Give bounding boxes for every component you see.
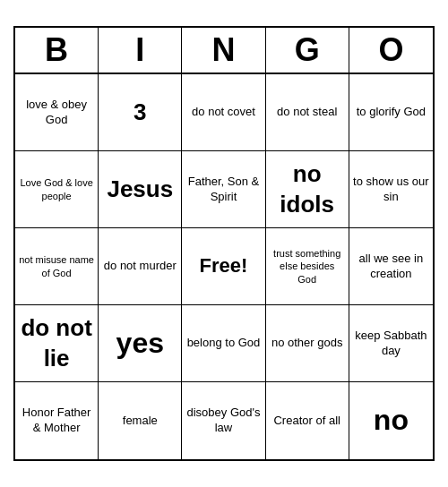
bingo-cell-24: no xyxy=(349,382,433,459)
bingo-cell-3: do not steal xyxy=(266,74,349,151)
header-letter-b: B xyxy=(15,28,99,73)
bingo-cell-5: Love God & love people xyxy=(15,151,99,228)
bingo-cell-14: all we see in creation xyxy=(349,228,433,305)
bingo-cell-15: do not lie xyxy=(15,305,99,382)
bingo-cell-21: female xyxy=(99,382,182,459)
bingo-cell-9: to show us our sin xyxy=(349,151,433,228)
bingo-cell-17: belong to God xyxy=(182,305,265,382)
bingo-cell-10: not misuse name of God xyxy=(15,228,99,305)
bingo-cell-7: Father, Son & Spirit xyxy=(182,151,265,228)
bingo-cell-13: trust something else besides God xyxy=(266,228,349,305)
bingo-cell-22: disobey God's law xyxy=(182,382,265,459)
bingo-cell-0: love & obey God xyxy=(15,74,99,151)
bingo-card: BINGO love & obey God3do not covetdo not… xyxy=(13,26,435,461)
header-letter-n: N xyxy=(182,28,265,73)
bingo-cell-4: to glorify God xyxy=(349,74,433,151)
bingo-cell-18: no other gods xyxy=(266,305,349,382)
header-letter-i: I xyxy=(99,28,182,73)
bingo-cell-23: Creator of all xyxy=(266,382,349,459)
bingo-header: BINGO xyxy=(15,28,433,74)
bingo-cell-6: Jesus xyxy=(99,151,182,228)
header-letter-o: O xyxy=(349,28,433,73)
bingo-cell-8: no idols xyxy=(266,151,349,228)
bingo-cell-11: do not murder xyxy=(99,228,182,305)
bingo-cell-12: Free! xyxy=(182,228,265,305)
bingo-grid: love & obey God3do not covetdo not steal… xyxy=(15,74,433,459)
bingo-cell-2: do not covet xyxy=(182,74,265,151)
bingo-cell-16: yes xyxy=(99,305,182,382)
bingo-cell-1: 3 xyxy=(99,74,182,151)
bingo-cell-19: keep Sabbath day xyxy=(349,305,433,382)
header-letter-g: G xyxy=(266,28,349,73)
bingo-cell-20: Honor Father & Mother xyxy=(15,382,99,459)
